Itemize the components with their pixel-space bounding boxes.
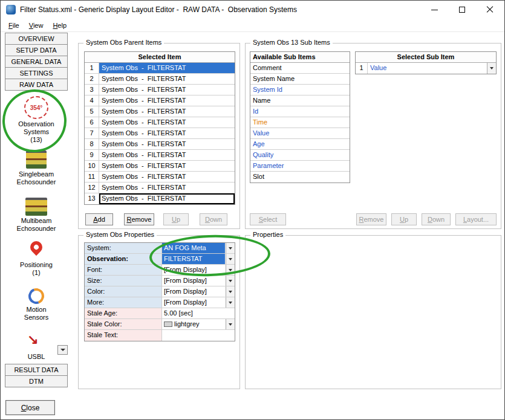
row-label[interactable]: System Obs - FILTERSTAT xyxy=(99,63,235,73)
sidebar-item-settings[interactable]: SETTINGS xyxy=(5,67,68,79)
table-row[interactable]: 9 System Obs - FILTERSTAT xyxy=(85,150,235,161)
available-sub-item[interactable]: Time xyxy=(250,117,350,128)
available-sub-item[interactable]: Value xyxy=(250,128,350,139)
table-row[interactable]: 2 System Obs - FILTERSTAT xyxy=(85,74,235,85)
table-row[interactable]: 13 System Obs - FILTERSTAT xyxy=(85,193,235,204)
sub-up-button[interactable]: Up xyxy=(391,213,417,225)
up-button[interactable]: Up xyxy=(163,213,189,225)
sidebar-item-multibeam-echosounder[interactable]: Multibeam Echosounder xyxy=(3,217,70,233)
table-row[interactable]: 11 System Obs - FILTERSTAT xyxy=(85,172,235,183)
row-label[interactable]: System Obs - FILTERSTAT xyxy=(99,183,235,193)
sidebar-item-motion-sensors[interactable]: Motion Sensors xyxy=(3,306,70,321)
menu-file[interactable]: File xyxy=(4,20,24,31)
remove-button[interactable]: Remove xyxy=(124,213,154,225)
dropdown-arrow-icon[interactable] xyxy=(226,276,235,286)
row-label[interactable]: System Obs - FILTERSTAT xyxy=(99,85,235,95)
row-label[interactable]: System Obs - FILTERSTAT xyxy=(99,172,235,182)
color-combobox[interactable]: [From Display] xyxy=(162,286,235,297)
combobox-value[interactable]: FILTERSTAT xyxy=(162,254,225,264)
gyro-compass-icon[interactable]: 354° xyxy=(24,96,48,119)
table-row[interactable]: 12 System Obs - FILTERSTAT xyxy=(85,183,235,193)
select-button[interactable]: Select xyxy=(250,213,286,225)
table-row[interactable]: 5 System Obs - FILTERSTAT xyxy=(85,106,235,117)
positioning-pin-icon[interactable] xyxy=(28,239,45,256)
combobox-value[interactable]: AN FOG Meta xyxy=(162,243,225,253)
sidebar-item-general-data[interactable]: GENERAL DATA xyxy=(5,56,68,68)
menu-help[interactable]: Help xyxy=(48,20,71,31)
row-label[interactable]: System Obs - FILTERSTAT xyxy=(99,106,235,117)
motion-sensors-icon[interactable] xyxy=(26,286,47,307)
dropdown-arrow-icon[interactable] xyxy=(487,63,496,74)
dropdown-arrow-icon[interactable] xyxy=(226,254,235,264)
combobox-value[interactable]: lightgrey xyxy=(162,319,225,329)
row-label[interactable]: System Obs - FILTERSTAT xyxy=(99,117,235,128)
row-label[interactable]: System Obs - FILTERSTAT xyxy=(99,161,235,171)
sidebar-item-usbl[interactable]: USBL xyxy=(3,353,70,361)
available-sub-item[interactable]: Age xyxy=(250,139,350,150)
sidebar-item-raw-data[interactable]: RAW DATA xyxy=(5,79,68,91)
table-row[interactable]: 7 System Obs - FILTERSTAT xyxy=(85,128,235,139)
row-label[interactable]: System Obs - FILTERSTAT xyxy=(99,193,235,204)
combobox-value[interactable]: [From Display] xyxy=(162,276,225,286)
combobox-value[interactable]: [From Display] xyxy=(162,265,225,275)
row-label[interactable]: System Obs - FILTERSTAT xyxy=(99,128,235,138)
close-button[interactable]: Close xyxy=(5,400,55,415)
available-sub-item[interactable]: Comment xyxy=(250,63,350,74)
table-row[interactable]: 6 System Obs - FILTERSTAT xyxy=(85,117,235,128)
minimize-button[interactable] xyxy=(420,1,448,19)
table-row[interactable]: 10 System Obs - FILTERSTAT xyxy=(85,161,235,172)
observation-combobox[interactable]: FILTERSTAT xyxy=(162,254,235,264)
available-sub-item[interactable]: Id xyxy=(250,106,350,117)
sub-down-button[interactable]: Down xyxy=(422,213,451,225)
combobox-value[interactable]: Value xyxy=(370,64,386,71)
dropdown-arrow-icon[interactable] xyxy=(226,286,235,297)
more-combobox[interactable]: [From Display] xyxy=(162,297,235,308)
dropdown-arrow-icon[interactable] xyxy=(226,265,235,275)
available-sub-item[interactable]: Name xyxy=(250,95,350,106)
add-button[interactable]: Add xyxy=(85,213,113,225)
menu-view[interactable]: View xyxy=(24,20,48,31)
sub-item-combobox[interactable]: Value xyxy=(368,63,496,74)
maximize-button[interactable] xyxy=(448,1,476,19)
singlebeam-echosounder-icon[interactable] xyxy=(26,150,47,169)
size-combobox[interactable]: [From Display] xyxy=(162,276,235,286)
field-value[interactable]: 5.00 [sec] xyxy=(162,308,235,318)
dropdown-arrow-icon[interactable] xyxy=(226,319,235,329)
dropdown-arrow-icon[interactable] xyxy=(226,243,235,253)
sidebar-item-positioning[interactable]: Positioning (1) xyxy=(3,261,70,277)
dropdown-arrow-icon[interactable] xyxy=(226,297,235,308)
stale-age-field[interactable]: 5.00 [sec] xyxy=(162,308,235,318)
multibeam-echosounder-icon[interactable] xyxy=(25,198,47,216)
table-row[interactable]: 3 System Obs - FILTERSTAT xyxy=(85,85,235,95)
sidebar-item-overview[interactable]: OVERVIEW xyxy=(5,33,68,45)
row-label[interactable]: System Obs - FILTERSTAT xyxy=(99,74,235,84)
available-sub-item[interactable]: System Name xyxy=(250,74,350,85)
usbl-arrow-icon[interactable]: ↘ xyxy=(27,333,38,346)
combobox-value[interactable]: [From Display] xyxy=(162,297,225,308)
font-combobox[interactable]: [From Display] xyxy=(162,265,235,275)
system-combobox[interactable]: AN FOG Meta xyxy=(162,243,235,253)
field-value[interactable] xyxy=(162,330,235,341)
sidebar-item-observation-systems[interactable]: Observation Systems (13) xyxy=(3,120,70,144)
row-label[interactable]: System Obs - FILTERSTAT xyxy=(99,95,235,106)
sidebar-item-result-data[interactable]: RESULT DATA xyxy=(5,364,68,376)
table-row[interactable]: 1 System Obs - FILTERSTAT xyxy=(85,63,235,74)
table-row[interactable]: 8 System Obs - FILTERSTAT xyxy=(85,139,235,150)
selected-sub-item-row[interactable]: 1 Value xyxy=(356,63,496,74)
available-sub-item[interactable]: Quality xyxy=(250,150,350,161)
available-sub-item[interactable]: System Id xyxy=(250,85,350,95)
row-label[interactable]: System Obs - FILTERSTAT xyxy=(99,150,235,160)
row-label[interactable]: System Obs - FILTERSTAT xyxy=(99,139,235,149)
sidebar-item-singlebeam-echosounder[interactable]: Singlebeam Echosounder xyxy=(3,170,70,186)
sidebar-item-setup-data[interactable]: SETUP DATA xyxy=(5,44,68,56)
layout-button[interactable]: Layout... xyxy=(455,213,497,225)
sub-remove-button[interactable]: Remove xyxy=(356,213,386,225)
close-window-button[interactable] xyxy=(476,1,504,19)
stale-color-combobox[interactable]: lightgrey xyxy=(162,319,235,329)
table-row[interactable]: 4 System Obs - FILTERSTAT xyxy=(85,95,235,106)
available-sub-item[interactable]: Slot xyxy=(250,172,350,183)
stale-text-field[interactable] xyxy=(162,330,235,341)
combobox-value[interactable]: [From Display] xyxy=(162,286,225,297)
sidebar-item-dtm[interactable]: DTM xyxy=(5,375,68,387)
down-button[interactable]: Down xyxy=(200,213,227,225)
